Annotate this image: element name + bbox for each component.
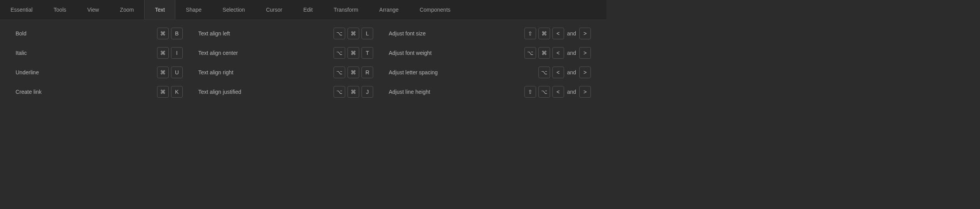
tab-label: Transform (334, 7, 358, 13)
shortcut-label: Text align justified (198, 89, 241, 95)
key: ⌥ (334, 47, 345, 59)
key: ⌘ (157, 28, 169, 39)
shortcut-row: Create link ⌘ K (16, 85, 183, 98)
shortcut-label: Adjust font weight (389, 50, 432, 56)
key: ⌘ (157, 47, 169, 59)
key: ⌘ (348, 86, 359, 98)
tab-arrange[interactable]: Arrange (369, 0, 409, 19)
shortcut-row: Adjust font weight ⌥ ⌘ < and > (389, 46, 591, 60)
tabs-bar: Essential Tools View Zoom Text Shape Sel… (0, 0, 606, 20)
key: I (171, 47, 183, 59)
shortcut-keys: ⌥ ⌘ T (334, 47, 373, 59)
tab-edit[interactable]: Edit (293, 0, 323, 19)
key: ⇧ (524, 86, 536, 98)
tab-label: View (87, 7, 99, 13)
key: < (552, 86, 564, 98)
key: ⌘ (348, 67, 359, 78)
key: ⌥ (524, 47, 536, 59)
separator: and (566, 69, 577, 76)
shortcut-row: Bold ⌘ B (16, 27, 183, 40)
key: < (552, 67, 564, 78)
key: ⌥ (538, 86, 550, 98)
key: ⌘ (157, 86, 169, 98)
shortcut-label: Text align center (198, 50, 238, 56)
shortcut-label: Text align left (198, 30, 230, 37)
tab-zoom[interactable]: Zoom (110, 0, 145, 19)
key: T (362, 47, 373, 59)
shortcut-label: Text align right (198, 69, 233, 76)
shortcut-column: Adjust font size ⇧ ⌘ < and > Adjust font… (389, 27, 591, 98)
key: ⌘ (348, 47, 359, 59)
shortcut-label: Italic (16, 50, 27, 56)
key: L (362, 28, 373, 39)
key: ⌥ (538, 67, 550, 78)
shortcut-keys: ⇧ ⌘ < and > (524, 28, 591, 39)
tab-components[interactable]: Components (409, 0, 461, 19)
key: < (552, 28, 564, 39)
tab-label: Tools (54, 7, 66, 13)
key: > (579, 47, 591, 59)
key: R (362, 67, 373, 78)
separator: and (566, 89, 577, 95)
shortcuts-panel: Bold ⌘ B Italic ⌘ I Underline ⌘ U Create… (0, 20, 606, 105)
tab-label: Components (419, 7, 450, 13)
tab-label: Essential (10, 7, 33, 13)
tab-label: Arrange (379, 7, 399, 13)
key: ⌘ (538, 28, 550, 39)
shortcut-keys: ⌘ B (157, 28, 183, 39)
shortcut-label: Adjust font size (389, 30, 426, 37)
key: J (362, 86, 373, 98)
key: > (579, 67, 591, 78)
tab-shape[interactable]: Shape (175, 0, 212, 19)
tab-label: Cursor (266, 7, 282, 13)
tabs: Essential Tools View Zoom Text Shape Sel… (0, 0, 606, 19)
tab-tools[interactable]: Tools (43, 0, 77, 19)
shortcut-keys: ⌥ ⌘ L (334, 28, 373, 39)
shortcut-row: Text align center ⌥ ⌘ T (198, 46, 373, 60)
tab-label: Shape (186, 7, 201, 13)
tab-selection[interactable]: Selection (212, 0, 256, 19)
shortcut-label: Adjust line height (389, 89, 430, 95)
key: B (171, 28, 183, 39)
shortcut-column: Text align left ⌥ ⌘ L Text align center … (198, 27, 373, 98)
key: ⌘ (348, 28, 359, 39)
tab-label: Zoom (120, 7, 134, 13)
shortcut-row: Adjust font size ⇧ ⌘ < and > (389, 27, 591, 40)
tab-cursor[interactable]: Cursor (255, 0, 293, 19)
tab-essential[interactable]: Essential (0, 0, 43, 19)
separator: and (566, 30, 577, 37)
tab-text[interactable]: Text (144, 0, 175, 19)
key: ⇧ (524, 28, 536, 39)
shortcut-row: Adjust line height ⇧ ⌥ < and > (389, 85, 591, 98)
key: ⌘ (538, 47, 550, 59)
shortcut-keys: ⌥ ⌘ < and > (524, 47, 591, 59)
shortcut-row: Text align right ⌥ ⌘ R (198, 66, 373, 79)
separator: and (566, 50, 577, 56)
shortcut-keys: ⇧ ⌥ < and > (524, 86, 591, 98)
shortcut-label: Create link (16, 89, 42, 95)
shortcut-column: Bold ⌘ B Italic ⌘ I Underline ⌘ U Create… (16, 27, 183, 98)
shortcut-keys: ⌥ < and > (538, 67, 591, 78)
shortcut-keys: ⌘ K (157, 86, 183, 98)
shortcut-row: Text align justified ⌥ ⌘ J (198, 85, 373, 98)
shortcut-keys: ⌥ ⌘ J (334, 86, 373, 98)
tab-view[interactable]: View (77, 0, 110, 19)
shortcut-label: Bold (16, 30, 26, 37)
shortcut-keys: ⌥ ⌘ R (334, 67, 373, 78)
key: ⌥ (334, 67, 345, 78)
tab-transform[interactable]: Transform (323, 0, 369, 19)
key: ⌥ (334, 86, 345, 98)
key: < (552, 47, 564, 59)
shortcut-row: Italic ⌘ I (16, 46, 183, 60)
shortcut-row: Adjust letter spacing ⌥ < and > (389, 66, 591, 79)
shortcut-row: Text align left ⌥ ⌘ L (198, 27, 373, 40)
shortcut-keys: ⌘ U (157, 67, 183, 78)
shortcut-row: Underline ⌘ U (16, 66, 183, 79)
shortcut-label: Underline (16, 69, 39, 76)
shortcut-label: Adjust letter spacing (389, 69, 438, 76)
key: U (171, 67, 183, 78)
key: K (171, 86, 183, 98)
key: > (579, 86, 591, 98)
tab-label: Selection (223, 7, 245, 13)
key: > (579, 28, 591, 39)
